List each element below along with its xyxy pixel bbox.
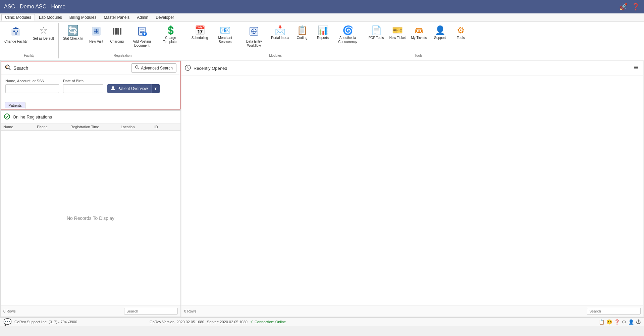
anesthesia-concurrency-label: Anesthesia Concurrency (336, 36, 360, 44)
menu-clinic-modules[interactable]: Clinic Modules (1, 14, 35, 21)
stat-check-in-button[interactable]: 🔄 Stat Check In (61, 24, 86, 42)
menu-admin[interactable]: Admin (133, 14, 152, 20)
merchant-services-label: Merchant Services (213, 36, 237, 44)
svg-rect-10 (115, 28, 117, 35)
svg-rect-1 (15, 32, 17, 35)
app-title: ASC - Demo ASC - Home (4, 4, 65, 10)
portal-inbox-label: Portal Inbox (271, 36, 289, 40)
portal-inbox-button[interactable]: 📩 Portal Inbox (269, 24, 291, 42)
status-settings-icon[interactable]: ⚙ (622, 319, 626, 325)
menu-bar: Clinic Modules Lab Modules Billing Modul… (0, 13, 644, 21)
support-button[interactable]: 👤 Support (430, 24, 450, 42)
anesthesia-concurrency-button[interactable]: 🌀 Anesthesia Concurrency (334, 24, 362, 46)
patients-tab[interactable]: Patients (5, 102, 25, 109)
status-face-icon[interactable]: 😊 (606, 319, 612, 325)
rocket-icon[interactable]: 🚀 (619, 3, 628, 11)
new-visit-icon (91, 26, 102, 38)
right-panel: Recently Opened 0 Rows (181, 61, 643, 317)
charge-templates-label: Charge Templates (159, 36, 182, 44)
add-posting-document-label: Add Posting Document (130, 40, 154, 48)
menu-master-panels[interactable]: Master Panels (100, 14, 133, 20)
merchant-services-button[interactable]: 📧 Merchant Services (211, 24, 239, 46)
add-posting-document-button[interactable]: Add Posting Document (128, 24, 156, 49)
search-form: Name, Account, or SSN Date of Birth (1, 75, 180, 97)
status-power-icon[interactable]: ⏻ (636, 319, 641, 325)
facility-group-label: Facility (0, 54, 58, 58)
charge-templates-button[interactable]: 💲 Charge Templates (157, 24, 185, 46)
svg-point-30 (4, 114, 10, 119)
patient-icon (111, 86, 115, 92)
svg-rect-12 (120, 28, 121, 35)
tools-button[interactable]: ⚙ Tools (451, 24, 471, 42)
recently-opened-menu-button[interactable] (632, 63, 640, 73)
patient-overview-main[interactable]: Patient Overview (107, 84, 151, 93)
change-facility-icon (10, 26, 21, 38)
advanced-search-label: Advanced Search (141, 66, 173, 70)
status-bar: 💬 GoRev Support line: (317) - 794 -3900 … (0, 317, 644, 326)
toolbar-group-registration: 🔄 Stat Check In New Visit (59, 23, 187, 58)
search-title: Search (5, 64, 28, 72)
dob-input[interactable] (63, 84, 103, 93)
recently-opened-search-input[interactable] (587, 308, 641, 315)
search-tabs: Patients (1, 100, 180, 109)
my-tickets-button[interactable]: 🎟 My Tickets (409, 24, 429, 42)
change-facility-label: Change Facility (4, 40, 28, 44)
online-reg-title: Online Registrations (13, 114, 52, 119)
new-visit-button[interactable]: New Visit (86, 24, 106, 45)
col-location: Location (121, 125, 154, 129)
dob-field-group: Date of Birth (63, 79, 103, 93)
svg-line-25 (9, 68, 10, 70)
name-input[interactable] (5, 84, 59, 93)
menu-lab-modules[interactable]: Lab Modules (36, 14, 65, 20)
name-field-group: Name, Account, or SSN (5, 79, 59, 93)
svg-rect-34 (634, 66, 638, 66)
pdf-tools-button[interactable]: 📄 PDF Tools (366, 24, 386, 42)
col-name: Name (3, 125, 37, 129)
chat-icon-status: 💬 (3, 318, 12, 326)
patient-overview-label: Patient Overview (117, 86, 148, 91)
reports-label: Reports (317, 36, 329, 40)
change-facility-button[interactable]: Change Facility (2, 24, 30, 45)
status-help2-icon[interactable]: ❓ (614, 319, 620, 325)
help-icon[interactable]: ❓ (632, 3, 640, 11)
set-as-default-button[interactable]: ☆ Set as Default (31, 24, 56, 42)
status-copy-icon[interactable]: 📋 (599, 319, 604, 325)
toolbar-group-facility: Change Facility ☆ Set as Default Facilit… (0, 23, 59, 58)
set-as-default-label: Set as Default (33, 37, 54, 41)
new-ticket-icon: 🎫 (392, 26, 403, 35)
search-section-title: Search (13, 65, 28, 71)
pdf-tools-icon: 📄 (371, 26, 382, 35)
scheduling-button[interactable]: 📅 Scheduling (189, 24, 210, 42)
registration-group-label: Registration (59, 54, 187, 58)
patient-overview-button[interactable]: Patient Overview ▼ (107, 84, 160, 93)
set-as-default-icon: ☆ (39, 26, 48, 35)
recently-opened-row-count: 0 Rows (184, 309, 197, 313)
svg-rect-36 (634, 68, 638, 69)
online-reg-search-input[interactable] (124, 308, 178, 315)
menu-billing-modules[interactable]: Billing Modules (66, 14, 100, 20)
scheduling-label: Scheduling (192, 36, 208, 40)
status-user-icon[interactable]: 👤 (628, 319, 634, 325)
data-entry-workflow-button[interactable]: Data Entry Workflow (240, 24, 268, 49)
charge-templates-icon: 💲 (165, 26, 176, 35)
menu-developer[interactable]: Developer (152, 14, 177, 20)
coding-button[interactable]: 📋 Coding (292, 24, 312, 42)
online-reg-icon (4, 113, 10, 121)
col-phone: Phone (37, 125, 70, 129)
reports-button[interactable]: 📊 Reports (313, 24, 333, 42)
svg-rect-9 (113, 28, 114, 35)
patient-overview-dropdown[interactable]: ▼ (151, 84, 160, 93)
charging-button[interactable]: Charging (107, 24, 127, 45)
toolbar: Change Facility ☆ Set as Default Facilit… (0, 21, 644, 60)
svg-line-28 (138, 68, 139, 69)
advanced-search-button[interactable]: Advanced Search (131, 63, 176, 73)
toolbar-group-tools: 📄 PDF Tools 🎫 New Ticket 🎟 My Tickets 👤 … (364, 23, 473, 58)
svg-rect-3 (13, 31, 15, 32)
new-ticket-label: New Ticket (389, 36, 406, 40)
data-entry-workflow-label: Data Entry Workflow (242, 40, 266, 48)
recently-opened-label: Recently Opened (194, 66, 227, 71)
svg-rect-11 (117, 28, 119, 35)
new-ticket-button[interactable]: 🎫 New Ticket (387, 24, 408, 42)
online-registrations-section: Online Registrations Name Phone Registra… (1, 111, 180, 317)
svg-rect-4 (17, 31, 18, 32)
